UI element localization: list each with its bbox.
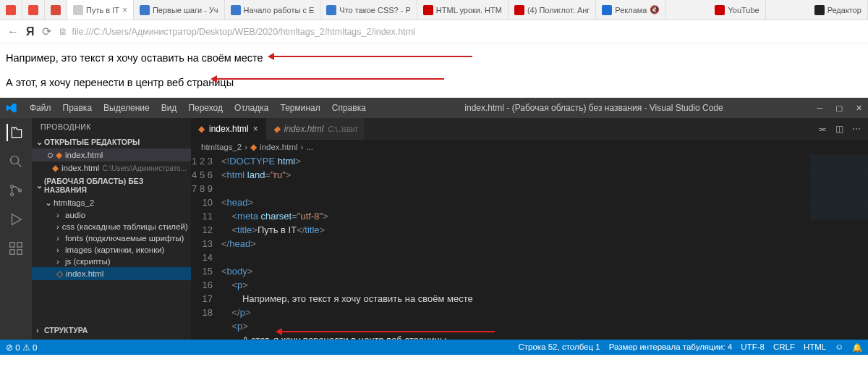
browser-tab[interactable]: (4) Полиглот. Анг (509, 0, 596, 20)
browser-tab-strip: Путь в IT×Первые шаги - УчНачало работы … (0, 0, 868, 20)
status-errors[interactable]: ⊘ 0 ⚠ 0 (6, 342, 37, 353)
feedback-icon[interactable]: ☺ (835, 342, 843, 353)
workspace-section[interactable]: ⌄(РАБОЧАЯ ОБЛАСТЬ) БЕЗ НАЗВАНИЯ (32, 175, 191, 196)
browser-tab[interactable]: Редактор (809, 0, 868, 20)
menu-item[interactable]: Правка (58, 101, 98, 115)
more-icon[interactable]: ⋯ (852, 124, 861, 134)
browser-tab[interactable] (0, 0, 22, 20)
folder-item[interactable]: › css (каскадные таблицы стилей) (32, 221, 191, 232)
explorer-icon[interactable] (7, 124, 24, 141)
minimize-button[interactable]: ─ (817, 104, 822, 113)
menu-item[interactable]: Файл (25, 101, 56, 115)
svg-point-0 (11, 156, 19, 164)
browser-tab[interactable]: YouTube (709, 0, 765, 20)
browser-toolbar: ← Я ⟳ 🗎 file:///C:/Users/Администратор/D… (0, 20, 868, 43)
browser-tab[interactable]: Начало работы с E (225, 0, 321, 20)
svg-rect-6 (10, 250, 14, 254)
notifications-icon[interactable]: 🔔 (852, 342, 862, 353)
vscode-window: ФайлПравкаВыделениеВидПереходОтладкаТерм… (0, 98, 868, 355)
favicon (326, 5, 336, 15)
editor-tab[interactable]: ◆index.html C:\..\start (266, 118, 365, 140)
outline-section[interactable]: › СТРУКТУРА (32, 324, 191, 337)
annotation-arrow-1 (270, 56, 472, 57)
browser-tab[interactable] (22, 0, 45, 20)
code-editor[interactable]: 1 2 3 4 5 6 7 8 9 10 11 12 13 14 15 16 1… (191, 154, 868, 340)
menu-item[interactable]: Переход (183, 101, 228, 115)
yandex-icon[interactable]: Я (26, 25, 35, 38)
browser-tab[interactable]: Реклама🔇 (596, 0, 666, 20)
status-spaces[interactable]: Размер интервала табуляции: 4 (609, 342, 733, 353)
rendered-page: Например, это текст я хочу оставить на с… (0, 43, 868, 98)
tab-label: Редактор (827, 6, 861, 14)
browser-tab[interactable]: Первые шаги - Уч (134, 0, 225, 20)
browser-tab[interactable]: Что такое CSS? - P (320, 0, 417, 20)
annotation-arrow-2 (213, 78, 444, 80)
menu-item[interactable]: Справка (327, 101, 371, 115)
favicon (514, 5, 524, 15)
favicon (814, 5, 825, 15)
source-control-icon[interactable] (7, 182, 25, 199)
menu-item[interactable]: Терминал (275, 101, 325, 115)
folder-item[interactable]: ⌄htmltags_2 (32, 196, 191, 209)
folder-item[interactable]: › fonts (подключаемые шрифты) (32, 232, 191, 244)
back-button[interactable]: ← (7, 25, 19, 38)
vscode-menu-bar: ФайлПравкаВыделениеВидПереходОтладкаТерм… (25, 101, 371, 115)
favicon (28, 5, 38, 15)
favicon (140, 5, 150, 15)
status-cursor[interactable]: Строка 52, столбец 1 (518, 342, 600, 353)
explorer-title: ПРОВОДНИК (32, 118, 191, 135)
compare-icon[interactable]: ⫘ (818, 124, 827, 134)
browser-tab[interactable]: Путь в IT× (67, 0, 134, 20)
favicon (602, 5, 612, 15)
tab-label: HTML уроки. HTM (436, 6, 502, 14)
modified-dot-icon (48, 153, 53, 158)
reload-button[interactable]: ⟳ (42, 25, 51, 38)
code-lines[interactable]: <!DOCTYPE html> <html land="ru"> <head> … (221, 154, 868, 340)
svg-rect-5 (17, 243, 22, 247)
address-bar[interactable]: 🗎 file:///C:/Users/Администратор/Desktop… (59, 27, 861, 37)
browser-tab[interactable] (45, 0, 67, 20)
extensions-icon[interactable] (7, 240, 25, 257)
activity-bar (0, 118, 32, 340)
tab-close-icon[interactable]: × (122, 5, 127, 15)
browser-tab[interactable]: HTML уроки. HTM (417, 0, 509, 20)
status-eol[interactable]: CRLF (773, 342, 795, 353)
breadcrumb[interactable]: htmltags_2 › ◆ index.html › ... (191, 140, 868, 154)
tab-close-icon[interactable]: × (253, 124, 258, 134)
folder-item[interactable]: › audio (32, 209, 191, 221)
mute-icon[interactable]: 🔇 (650, 5, 660, 14)
status-bar: ⊘ 0 ⚠ 0 Строка 52, столбец 1 Размер инте… (0, 340, 868, 355)
split-icon[interactable]: ◫ (835, 124, 843, 134)
svg-point-2 (11, 193, 14, 196)
explorer-sidebar: ПРОВОДНИК ⌄ОТКРЫТЫЕ РЕДАКТОРЫ ◆index.htm… (32, 118, 191, 340)
editor-tab[interactable]: ◆index.html× (191, 118, 266, 140)
menu-item[interactable]: Выделение (98, 101, 155, 115)
search-icon[interactable] (7, 153, 25, 170)
minimap[interactable] (810, 154, 868, 340)
open-editors-section[interactable]: ⌄ОТКРЫТЫЕ РЕДАКТОРЫ (32, 135, 191, 148)
maximize-button[interactable]: ▢ (835, 104, 843, 113)
folder-item[interactable]: › js (скрипты) (32, 256, 191, 267)
status-lang[interactable]: HTML (804, 342, 826, 353)
tab-label: Реклама (615, 6, 647, 14)
annotation-arrow-3 (278, 331, 495, 332)
open-editor-item[interactable]: ◆index.html (32, 148, 191, 161)
tab-label: Что такое CSS? - P (339, 6, 411, 14)
editor-area: ◆index.html× ◆index.html C:\..\start ⫘ ◫… (191, 118, 868, 340)
svg-rect-7 (17, 250, 22, 254)
status-encoding[interactable]: UTF-8 (741, 342, 765, 353)
file-item[interactable]: ◇ index.html (32, 267, 191, 280)
tab-label: Первые шаги - Уч (153, 6, 218, 14)
open-editor-item[interactable]: ◆index.html C:\Users\Администрато... (32, 161, 191, 175)
line-gutter: 1 2 3 4 5 6 7 8 9 10 11 12 13 14 15 16 1… (191, 154, 221, 340)
menu-item[interactable]: Отладка (229, 101, 273, 115)
menu-item[interactable]: Вид (156, 101, 182, 115)
favicon (51, 5, 61, 15)
favicon (73, 5, 83, 15)
close-button[interactable]: ✕ (856, 104, 862, 113)
url-text: file:///C:/Users/Администратор/Desktop/W… (72, 27, 415, 37)
folder-item[interactable]: › images (картинки, иконки) (32, 244, 191, 256)
svg-rect-4 (10, 243, 14, 247)
debug-icon[interactable] (7, 211, 25, 228)
vscode-window-title: index.html - (Рабочая область) без назва… (371, 103, 817, 113)
